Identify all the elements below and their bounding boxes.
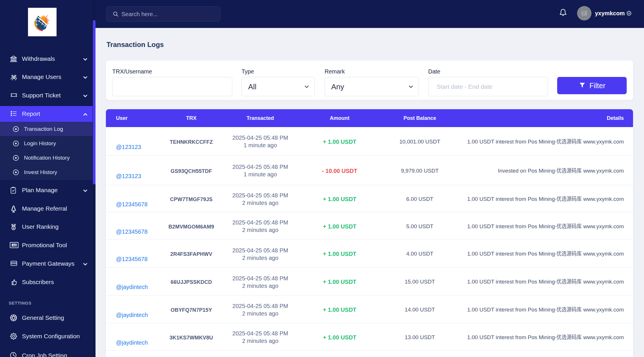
svg-text:Ad: Ad — [12, 244, 16, 247]
